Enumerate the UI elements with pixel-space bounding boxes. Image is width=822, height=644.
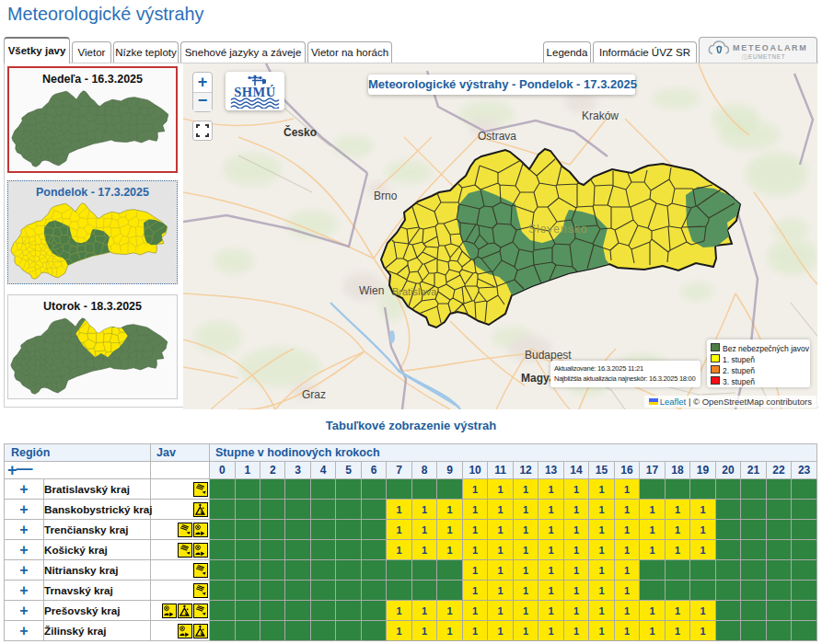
svg-text:Kraków: Kraków <box>582 109 619 122</box>
svg-text:Graz: Graz <box>302 388 326 401</box>
svg-text:Wien: Wien <box>359 284 384 297</box>
svg-text:Ostrava: Ostrava <box>478 130 516 143</box>
svg-text:Budapest: Budapest <box>525 349 572 362</box>
svg-text:SHMÚ: SHMÚ <box>234 85 276 99</box>
svg-text:ⓘEUMETNET: ⓘEUMETNET <box>742 53 785 60</box>
svg-text:Slovensko: Slovensko <box>528 223 587 236</box>
svg-text:Česko: Česko <box>284 125 317 139</box>
svg-text:Brno: Brno <box>374 190 398 202</box>
svg-text:METEOALARM: METEOALARM <box>733 43 808 52</box>
svg-text:Bratislava: Bratislava <box>392 286 437 297</box>
